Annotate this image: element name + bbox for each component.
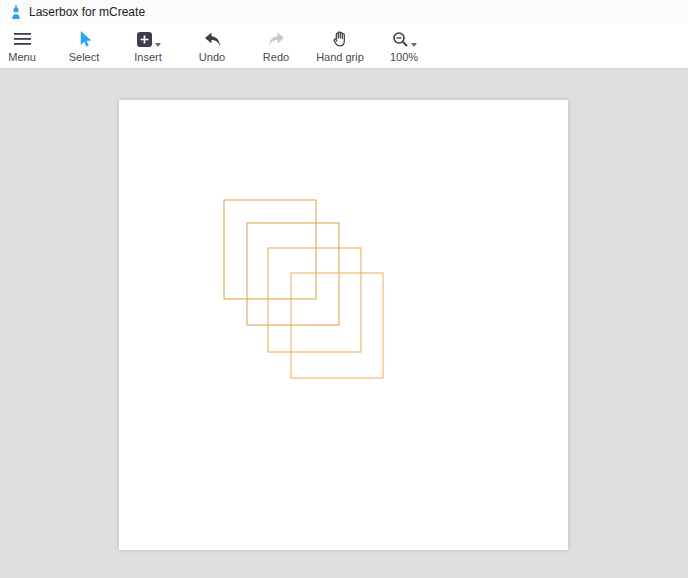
- canvas-shapes: [119, 100, 568, 550]
- zoom-button[interactable]: 100%: [372, 24, 436, 68]
- insert-label: Insert: [134, 51, 162, 63]
- redo-arrow-icon: [267, 28, 286, 50]
- redo-button[interactable]: Redo: [244, 24, 308, 68]
- app-logo-icon: [10, 5, 22, 20]
- hand-grip-icon: [331, 28, 349, 50]
- zoom-dropdown-caret-icon: [411, 43, 417, 47]
- cursor-select-icon: [75, 28, 93, 50]
- insert-tool-button[interactable]: Insert: [116, 24, 180, 68]
- magnifier-zoom-icon: [392, 31, 409, 48]
- hand-grip-button[interactable]: Hand grip: [308, 24, 372, 68]
- select-label: Select: [69, 51, 100, 63]
- workspace: [0, 69, 688, 577]
- square-outline-shape[interactable]: [247, 223, 339, 325]
- hamburger-menu-icon: [14, 28, 31, 50]
- square-outline-shape[interactable]: [268, 248, 361, 352]
- menu-label: Menu: [8, 51, 36, 63]
- select-tool-button[interactable]: Select: [52, 24, 116, 68]
- undo-arrow-icon: [203, 28, 222, 50]
- design-canvas[interactable]: [119, 100, 568, 550]
- main-toolbar: Menu Select Insert Undo: [0, 24, 688, 69]
- insert-shape-icon: [136, 31, 153, 48]
- insert-dropdown-caret-icon: [155, 43, 161, 47]
- redo-label: Redo: [263, 51, 289, 63]
- hand-grip-label: Hand grip: [316, 51, 364, 63]
- undo-button[interactable]: Undo: [180, 24, 244, 68]
- undo-label: Undo: [199, 51, 225, 63]
- square-outline-shape[interactable]: [224, 200, 316, 299]
- menu-button[interactable]: Menu: [0, 24, 44, 68]
- title-bar: Laserbox for mCreate: [0, 0, 688, 24]
- app-title: Laserbox for mCreate: [29, 5, 145, 19]
- zoom-level-label: 100%: [390, 51, 418, 63]
